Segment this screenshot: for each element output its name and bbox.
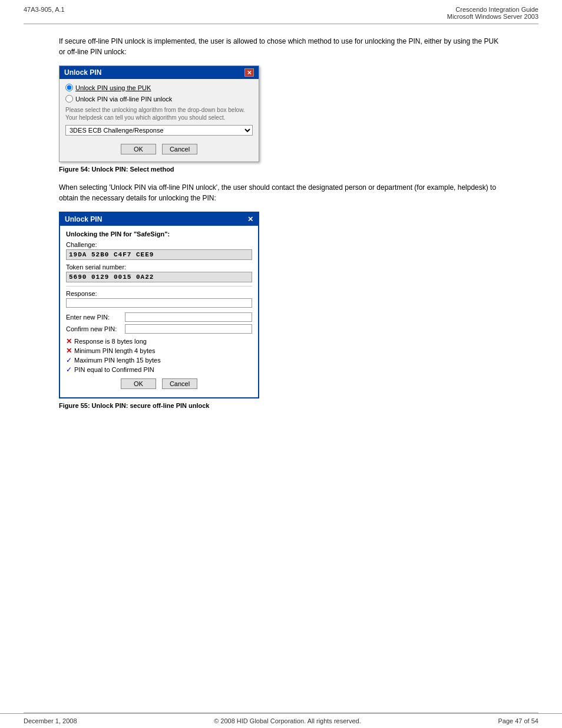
dialog2-close-button[interactable]: ✕ <box>247 215 253 223</box>
dialog1-buttons: OK Cancel <box>65 144 253 154</box>
validation-item: ✕Minimum PIN length 4 bytes <box>66 347 252 355</box>
validation-text: Maximum PIN length 15 bytes <box>74 357 161 364</box>
dialog1-cancel-button[interactable]: Cancel <box>162 144 197 154</box>
figure1-caption: Figure 54: Unlock PIN: Select method <box>59 166 503 173</box>
challenge-label: Challenge: <box>66 241 252 248</box>
algorithm-dropdown[interactable]: 3DES ECB Challenge/Response <box>65 125 253 136</box>
radio-row-2: Unlock PIN via off-line PIN unlock <box>65 95 253 103</box>
confirm-pin-row: Confirm new PIN: <box>66 324 252 334</box>
validation-x-icon: ✕ <box>66 347 72 355</box>
validation-check-icon: ✓ <box>66 365 72 374</box>
validation-check-icon: ✓ <box>66 356 72 364</box>
radio-offline[interactable] <box>65 95 73 103</box>
validation-list: ✕Response is 8 bytes long✕Minimum PIN le… <box>66 337 252 374</box>
dialog2-titlebar: Unlock PIN ✕ <box>60 213 258 226</box>
footer-copyright: © 2008 HID Global Corporation. All right… <box>214 717 361 724</box>
header: 47A3-905, A.1 Crescendo Integration Guid… <box>0 0 562 24</box>
footer: December 1, 2008 © 2008 HID Global Corpo… <box>0 713 562 728</box>
doc-title: Crescendo Integration Guide <box>447 6 538 13</box>
dialog-unlock-pin-1: Unlock PIN ✕ Unlock PIN using the PUK Un… <box>59 65 259 162</box>
doc-number: 47A3-905, A.1 <box>24 6 65 13</box>
page: 47A3-905, A.1 Crescendo Integration Guid… <box>0 0 562 728</box>
enter-pin-label: Enter new PIN: <box>66 314 125 321</box>
radio-puk-label: Unlock PIN using the PUK <box>75 84 151 91</box>
dialog1-hint: Please select the unlocking algorithm fr… <box>65 106 253 121</box>
body-text-1: If secure off-line PIN unlock is impleme… <box>59 36 503 57</box>
dialog-unlock-pin-2: Unlock PIN ✕ Unlocking the PIN for "Safe… <box>59 212 259 398</box>
doc-subtitle: Microsoft Windows Server 2003 <box>447 13 538 20</box>
dialog1-close-button[interactable]: ✕ <box>244 68 254 77</box>
radio-puk[interactable] <box>65 84 73 91</box>
dialog1-ok-button[interactable]: OK <box>121 144 156 154</box>
serial-value: 5690 0129 0015 0A22 <box>66 272 252 282</box>
dialog2-title: Unlock PIN <box>65 215 102 223</box>
footer-page: Page 47 of 54 <box>498 717 538 724</box>
validation-x-icon: ✕ <box>66 337 72 345</box>
dialog2-unlock-title: Unlocking the PIN for "SafeSign": <box>66 230 252 238</box>
confirm-pin-input[interactable] <box>125 324 252 334</box>
dialog2-buttons: OK Cancel <box>66 378 252 389</box>
validation-text: PIN equal to Confirmed PIN <box>74 366 154 373</box>
enter-pin-row: Enter new PIN: <box>66 312 252 322</box>
validation-text: Minimum PIN length 4 bytes <box>74 347 156 354</box>
response-input[interactable] <box>66 298 252 308</box>
figure2-caption: Figure 55: Unlock PIN: secure off-line P… <box>59 402 503 409</box>
main-content: If secure off-line PIN unlock is impleme… <box>0 24 562 712</box>
radio-row-1: Unlock PIN using the PUK <box>65 84 253 91</box>
dialog2-ok-button[interactable]: OK <box>121 378 156 389</box>
validation-text: Response is 8 bytes long <box>74 338 147 345</box>
header-right: Crescendo Integration Guide Microsoft Wi… <box>447 6 538 20</box>
enter-pin-input[interactable] <box>125 312 252 322</box>
dialog1-title: Unlock PIN <box>64 68 101 77</box>
radio-offline-label: Unlock PIN via off-line PIN unlock <box>75 95 172 103</box>
validation-item: ✓PIN equal to Confirmed PIN <box>66 365 252 374</box>
confirm-pin-label: Confirm new PIN: <box>66 325 125 332</box>
dialog2-cancel-button[interactable]: Cancel <box>162 378 197 389</box>
validation-item: ✕Response is 8 bytes long <box>66 337 252 345</box>
validation-item: ✓Maximum PIN length 15 bytes <box>66 356 252 364</box>
body-text-2: When selecting 'Unlock PIN via off-line … <box>59 182 503 203</box>
dialog1-titlebar: Unlock PIN ✕ <box>59 66 259 79</box>
dialog2-body: Unlocking the PIN for "SafeSign": Challe… <box>60 226 258 397</box>
divider-1 <box>66 286 252 286</box>
dialog1-body: Unlock PIN using the PUK Unlock PIN via … <box>59 79 259 162</box>
challenge-value: 19DA 52B0 C4F7 CEE9 <box>66 249 252 260</box>
footer-date: December 1, 2008 <box>24 717 77 724</box>
response-label: Response: <box>66 290 252 297</box>
serial-label: Token serial number: <box>66 263 252 271</box>
